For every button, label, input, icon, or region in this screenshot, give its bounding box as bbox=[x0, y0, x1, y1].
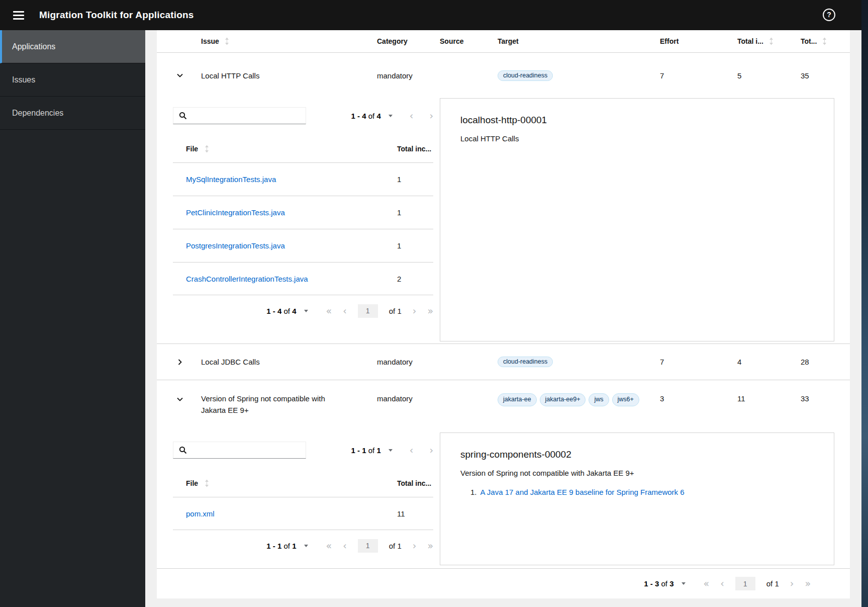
file-incidents: 2 bbox=[397, 275, 433, 283]
file-search-input[interactable] bbox=[191, 112, 306, 120]
masthead: Migration Toolkit for Applications ? bbox=[0, 0, 861, 30]
file-table-toolbar: 1 - 1 of 1 ‹ › bbox=[173, 432, 433, 459]
search-icon bbox=[179, 112, 187, 120]
sidebar-item-label: Issues bbox=[12, 75, 35, 84]
sort-arrows-icon bbox=[204, 479, 210, 487]
file-row: pom.xml 11 bbox=[173, 497, 433, 530]
pagination-menu-toggle[interactable]: 1 - 1 of 1 bbox=[266, 542, 308, 550]
question-circle-icon: ? bbox=[827, 11, 831, 19]
prev-page-button[interactable]: ‹ bbox=[410, 446, 414, 455]
file-link[interactable]: CrashControllerIntegrationTests.java bbox=[186, 275, 397, 283]
pagination-top: 1 - 1 of 1 ‹ › bbox=[351, 446, 433, 455]
list-index: 1. bbox=[470, 488, 477, 496]
file-table: File Total inc... MySqlIntegrationTests.… bbox=[173, 135, 433, 326]
page-count: of 1 bbox=[766, 579, 779, 588]
file-search bbox=[173, 107, 306, 124]
sort-total-incidents-button[interactable] bbox=[768, 37, 774, 45]
rule-description: Local HTTP Calls bbox=[460, 134, 814, 143]
file-row: CrashControllerIntegrationTests.java 2 bbox=[173, 262, 433, 295]
next-page-button[interactable]: › bbox=[413, 306, 417, 316]
file-search bbox=[173, 442, 306, 459]
first-page-button[interactable]: « bbox=[326, 306, 332, 316]
file-search-input[interactable] bbox=[191, 446, 306, 454]
rule-id-title: localhost-http-00001 bbox=[460, 115, 814, 126]
file-incidents: 1 bbox=[397, 175, 433, 184]
table-footer-pagination: 1 - 3 of 3 « ‹ of 1 › » bbox=[157, 568, 850, 598]
issue-name: Version of Spring not compatible with Ja… bbox=[201, 393, 377, 416]
next-page-button[interactable]: › bbox=[429, 111, 433, 121]
caret-down-icon bbox=[389, 115, 393, 117]
issue-row-local-http-calls[interactable]: Local HTTP Calls mandatory cloud-readine… bbox=[157, 53, 850, 98]
column-header-source: Source bbox=[440, 37, 498, 45]
chevron-down-icon bbox=[176, 395, 184, 403]
next-page-button[interactable]: › bbox=[790, 579, 794, 588]
last-page-button[interactable]: » bbox=[805, 579, 811, 588]
issue-category: mandatory bbox=[377, 393, 440, 405]
rule-description: Version of Spring not compatible with Ja… bbox=[460, 469, 814, 477]
chevron-right-icon bbox=[176, 358, 184, 366]
collapse-row-button[interactable] bbox=[174, 393, 186, 405]
issue-row-local-jdbc-calls[interactable]: Local JDBC Calls mandatory cloud-readine… bbox=[157, 343, 850, 380]
sort-total-storypoints-button[interactable] bbox=[822, 37, 827, 45]
expand-row-button[interactable] bbox=[174, 356, 186, 368]
file-link[interactable]: PostgresIntegrationTests.java bbox=[186, 241, 397, 250]
chevron-down-icon bbox=[176, 71, 184, 79]
first-page-button[interactable]: « bbox=[326, 541, 332, 551]
last-page-button[interactable]: » bbox=[427, 541, 433, 551]
column-header-target: Target bbox=[498, 37, 660, 45]
prev-page-button[interactable]: ‹ bbox=[343, 306, 347, 316]
next-page-button[interactable]: › bbox=[429, 446, 433, 455]
issue-total-storypoints: 33 bbox=[801, 393, 850, 405]
help-button[interactable]: ? bbox=[823, 9, 835, 21]
prev-page-button[interactable]: ‹ bbox=[410, 111, 414, 121]
prev-page-button[interactable]: ‹ bbox=[343, 541, 347, 551]
sidebar-item-issues[interactable]: Issues bbox=[0, 63, 145, 97]
rule-links-list: 1. A Java 17 and Jakarta EE 9 baseline f… bbox=[460, 488, 814, 496]
caret-down-icon bbox=[304, 545, 308, 547]
documentation-link[interactable]: A Java 17 and Jakarta EE 9 baseline for … bbox=[480, 488, 685, 496]
file-incidents: 1 bbox=[397, 208, 433, 217]
issue-row-spring-jakarta[interactable]: Version of Spring not compatible with Ja… bbox=[157, 380, 850, 432]
sort-file-button[interactable] bbox=[204, 145, 210, 153]
issue-total-storypoints: 35 bbox=[801, 71, 850, 80]
file-table: File Total inc... pom.xml 11 1 - bbox=[173, 470, 433, 561]
pagination-menu-toggle[interactable]: 1 - 1 of 1 bbox=[351, 446, 393, 455]
sidebar-item-dependencies[interactable]: Dependencies bbox=[0, 97, 145, 130]
issue-name: Local HTTP Calls bbox=[201, 71, 377, 80]
current-page-input[interactable] bbox=[735, 577, 755, 590]
file-link[interactable]: MySqlIntegrationTests.java bbox=[186, 175, 397, 184]
first-page-button[interactable]: « bbox=[704, 579, 710, 588]
sort-arrows-icon bbox=[224, 37, 230, 45]
issue-total-incidents: 4 bbox=[737, 358, 801, 366]
target-tag: jakarta-ee9+ bbox=[540, 393, 586, 406]
target-tag: jakarta-ee bbox=[498, 393, 537, 406]
file-link[interactable]: pom.xml bbox=[186, 509, 397, 518]
issue-total-incidents: 11 bbox=[737, 393, 801, 405]
collapse-row-button[interactable] bbox=[174, 69, 186, 81]
rule-id-title: spring-components-00002 bbox=[460, 449, 814, 460]
column-header-category: Category bbox=[377, 37, 440, 45]
last-page-button[interactable]: » bbox=[427, 306, 433, 316]
pagination-menu-toggle[interactable]: 1 - 4 of 4 bbox=[266, 307, 308, 315]
sort-file-button[interactable] bbox=[204, 479, 210, 487]
file-table-toolbar: 1 - 4 of 4 ‹ › bbox=[173, 98, 433, 124]
prev-page-button[interactable]: ‹ bbox=[720, 579, 724, 588]
file-row: MySqlIntegrationTests.java 1 bbox=[173, 162, 433, 196]
file-link[interactable]: PetClinicIntegrationTests.java bbox=[186, 208, 397, 217]
current-page-input[interactable] bbox=[358, 539, 378, 553]
issue-effort: 7 bbox=[660, 71, 737, 80]
sidebar-item-applications[interactable]: Applications bbox=[0, 30, 145, 63]
issues-table-card: Issue Category Source Target Effort Tota… bbox=[157, 30, 850, 598]
issue-category: mandatory bbox=[377, 71, 440, 80]
file-row: PostgresIntegrationTests.java 1 bbox=[173, 229, 433, 262]
current-page-input[interactable] bbox=[358, 304, 378, 318]
column-header-total-incidents: Total i... bbox=[737, 37, 801, 45]
pagination-menu-toggle[interactable]: 1 - 4 of 4 bbox=[351, 112, 393, 120]
sort-issue-button[interactable] bbox=[224, 37, 230, 45]
issues-table-header: Issue Category Source Target Effort Tota… bbox=[157, 30, 850, 53]
pagination-menu-toggle[interactable]: 1 - 3 of 3 bbox=[644, 579, 685, 588]
column-header-issue: Issue bbox=[201, 37, 377, 45]
nav-toggle-button[interactable] bbox=[10, 6, 27, 25]
issue-effort: 7 bbox=[660, 358, 737, 366]
next-page-button[interactable]: › bbox=[413, 541, 417, 551]
